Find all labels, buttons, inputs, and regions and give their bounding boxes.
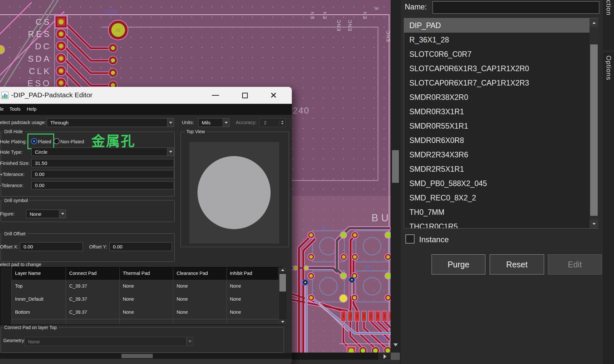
list-scroll-up[interactable] bbox=[590, 18, 598, 27]
units-combo[interactable]: Mils bbox=[198, 118, 229, 127]
menu-help[interactable]: Help bbox=[27, 106, 37, 112]
net-label-clk: CLK bbox=[29, 66, 51, 76]
instance-label: Instance bbox=[419, 235, 449, 244]
pad-layer-table[interactable]: Layer Name Connect Pad Thermal Pad Clear… bbox=[0, 267, 283, 325]
close-button[interactable]: ✕ bbox=[266, 87, 281, 104]
connect-pad-group-label: Connect Pad on layer Top bbox=[3, 325, 58, 330]
side-tab-separator bbox=[603, 50, 614, 52]
menu-tools[interactable]: Tools bbox=[9, 106, 21, 112]
offset-y-label: Offset Y: bbox=[89, 244, 107, 249]
minus-tolerance-input[interactable]: 0.00 bbox=[31, 181, 174, 189]
padstack-list[interactable]: DIP_PAD R_36X1_28 SLOTC0R6_C0R7 SLOTCAP0… bbox=[404, 18, 598, 229]
offset-y-input[interactable]: 0.00 bbox=[109, 242, 172, 251]
net-label-res: RES bbox=[28, 29, 51, 39]
pcb-hscroll-right-button[interactable] bbox=[379, 353, 391, 360]
name-input[interactable] bbox=[433, 1, 599, 14]
table-icon-column bbox=[0, 267, 12, 324]
down-arrow-icon bbox=[281, 321, 284, 323]
list-item[interactable]: THC1R0C1R5 bbox=[404, 219, 589, 229]
net-label-sda: SDA bbox=[28, 54, 51, 64]
list-item[interactable]: SLOTC0R6_C0R7 bbox=[404, 47, 589, 61]
units-combo-button[interactable] bbox=[223, 119, 229, 127]
dialog-horizontal-scrollbar[interactable] bbox=[0, 353, 292, 359]
side-tab-strip: ection Options bbox=[603, 0, 614, 364]
pcb-vscroll-thumb[interactable] bbox=[392, 150, 399, 183]
dialog-bottom-strip bbox=[0, 359, 292, 364]
geometry-combo[interactable]: None bbox=[24, 337, 193, 346]
list-scroll-thumb[interactable] bbox=[590, 44, 598, 216]
list-item[interactable]: SMDR2R34X3R6 bbox=[404, 148, 589, 162]
net-label-cs: CS bbox=[36, 17, 51, 27]
svg-text:2: 2 bbox=[376, 313, 379, 318]
table-row[interactable]: Bottom C_39.37 None None None bbox=[0, 306, 278, 319]
figure-combo-button[interactable] bbox=[59, 210, 66, 218]
chevron-down-icon bbox=[61, 213, 64, 215]
non-plated-radio[interactable] bbox=[54, 138, 60, 144]
list-item[interactable]: SMD_PB0_588X2_045 bbox=[404, 176, 589, 191]
accuracy-spin-buttons[interactable] bbox=[279, 120, 285, 125]
plated-radio[interactable] bbox=[31, 138, 37, 144]
svg-text:1: 1 bbox=[356, 313, 358, 318]
hole-type-combo-button[interactable] bbox=[167, 148, 174, 156]
svg-text:ENC: ENC bbox=[385, 30, 391, 42]
pad-column-1 bbox=[55, 16, 67, 88]
minimize-button[interactable] bbox=[208, 87, 223, 104]
usage-combo-button[interactable] bbox=[167, 119, 174, 127]
list-item[interactable]: R_36X1_28 bbox=[404, 33, 589, 47]
pad-32: 32 bbox=[108, 20, 128, 40]
purge-button[interactable]: Purge bbox=[432, 254, 485, 275]
list-item[interactable]: SMD_REC0_8X2_2 bbox=[404, 191, 589, 205]
list-item[interactable]: SLOTCAP0R6X1R7_CAP1R1X2R3 bbox=[404, 76, 589, 90]
table-row[interactable]: Inner_Default C_39.37 None None None bbox=[0, 293, 278, 306]
list-scrollbar[interactable] bbox=[590, 18, 598, 228]
pcb-vertical-scrollbar[interactable] bbox=[391, 0, 400, 353]
drill-hole-group-label: Drill Hole bbox=[3, 129, 24, 134]
list-item[interactable]: SLOTCAP0R6X1R3_CAP1R1X2R0 bbox=[404, 61, 589, 76]
edit-button[interactable]: Edit bbox=[548, 254, 602, 275]
hole-type-combo[interactable]: Circle bbox=[31, 148, 174, 156]
table-scrollbar[interactable] bbox=[278, 267, 287, 324]
annotation-text: 金属孔 bbox=[91, 135, 135, 148]
list-item[interactable]: SMDR0R38X2R0 bbox=[404, 90, 589, 104]
highlighted-pad bbox=[339, 294, 347, 302]
table-row[interactable]: Top C_39.37 None None None bbox=[0, 280, 278, 293]
table-scroll-up[interactable] bbox=[279, 267, 287, 273]
geometry-combo-button[interactable] bbox=[186, 337, 193, 346]
tab-options[interactable]: Options bbox=[605, 55, 612, 80]
maximize-button[interactable] bbox=[237, 87, 253, 104]
list-item[interactable]: SMDR0R3X1R1 bbox=[404, 104, 589, 119]
accuracy-spinner[interactable]: 2 bbox=[260, 118, 286, 127]
plus-tolerance-input[interactable]: 0.00 bbox=[31, 170, 174, 178]
table-scroll-thumb[interactable] bbox=[279, 274, 286, 292]
spin-down-icon bbox=[281, 123, 284, 125]
dialog-titlebar[interactable]: -DIP_PAD-Padstack Editor ✕ bbox=[0, 87, 292, 104]
list-item[interactable]: TH0_7MM bbox=[404, 205, 589, 219]
radio-dot bbox=[33, 140, 35, 142]
list-item[interactable]: SMDR0R55X1R1 bbox=[404, 119, 589, 133]
table-scroll-down[interactable] bbox=[279, 319, 287, 324]
list-scroll-down[interactable] bbox=[590, 219, 598, 228]
list-item[interactable]: SMDR0R6X0R8 bbox=[404, 133, 589, 148]
dialog-title: -DIP_PAD-Padstack Editor bbox=[11, 91, 92, 99]
menu-file[interactable]: le bbox=[0, 106, 4, 112]
dialog-hscroll-thumb[interactable] bbox=[121, 354, 153, 358]
finished-size-input[interactable]: 31.50 bbox=[31, 159, 174, 167]
instance-checkbox[interactable] bbox=[405, 234, 415, 244]
figure-value: None bbox=[26, 211, 59, 217]
figure-combo[interactable]: None bbox=[26, 210, 66, 218]
ref-j14-pin: 14 bbox=[368, 338, 373, 343]
units-value: Mils bbox=[198, 120, 223, 125]
up-arrow-icon bbox=[592, 22, 596, 24]
minimize-icon bbox=[212, 95, 219, 96]
pcb-vscroll-down-icon[interactable] bbox=[393, 343, 398, 346]
plated-label[interactable]: Plated bbox=[38, 139, 51, 144]
tab-selection[interactable]: ection bbox=[605, 0, 612, 15]
accuracy-value: 2 bbox=[260, 120, 279, 125]
col-thermal-pad: Thermal Pad bbox=[123, 271, 150, 276]
non-plated-label[interactable]: Non-Plated bbox=[60, 139, 84, 144]
usage-combo[interactable]: Through bbox=[47, 118, 174, 127]
list-item-selected[interactable]: DIP_PAD bbox=[404, 18, 590, 33]
reset-button[interactable]: Reset bbox=[490, 254, 544, 275]
list-item[interactable]: SMDR2R5X1R1 bbox=[404, 162, 589, 176]
offset-x-input[interactable]: 0.00 bbox=[20, 242, 83, 251]
